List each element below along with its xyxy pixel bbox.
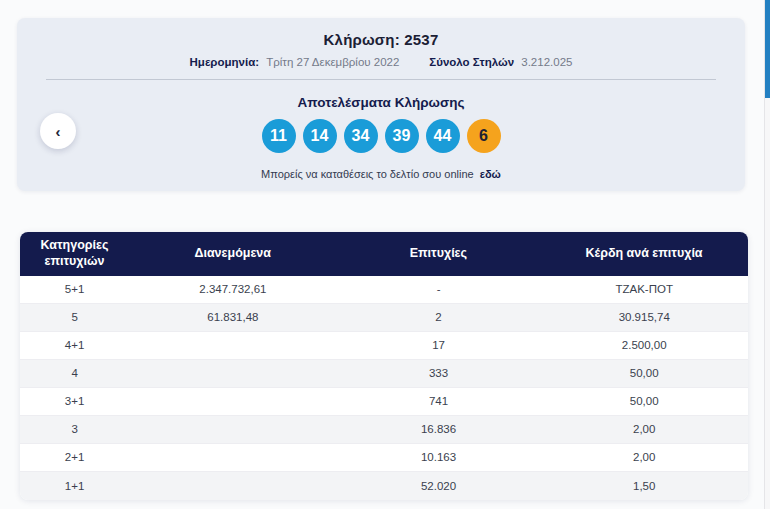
table-cell-prize: 50,00	[540, 366, 747, 380]
table-header-row: Κατηγορίες επιτυχιώνΔιανεμόμεναΕπιτυχίες…	[20, 232, 748, 276]
table-cell-category: 1+1	[20, 479, 129, 493]
online-ticket-text: Μπορείς να καταθέσεις το δελτίο σου onli…	[261, 168, 474, 180]
draw-date-label: Ημερομηνία:	[190, 56, 260, 68]
draw-title: Κλήρωση: 2537	[17, 18, 745, 48]
table-cell-category: 4	[20, 366, 129, 380]
table-row: 316.8362,00	[20, 416, 748, 444]
lottery-ball: 34	[344, 119, 378, 153]
lottery-ball: 44	[426, 119, 460, 153]
table-cell-distributed: 2.347.732,61	[129, 282, 336, 296]
table-row: 4+1172.500,00	[20, 332, 748, 360]
table-cell-category: 3+1	[20, 394, 129, 408]
table-cell-category: 3	[20, 422, 129, 436]
table-row: 433350,00	[20, 360, 748, 388]
draw-summary-card: Κλήρωση: 2537 Ημερομηνία: Τρίτη 27 Δεκεμ…	[17, 18, 745, 191]
table-body: 5+12.347.732,61-ΤΖΑΚ-ΠΟΤ561.831,48230.91…	[20, 276, 748, 500]
table-cell-category: 5+1	[20, 282, 129, 296]
bonus-ball: 6	[467, 119, 501, 153]
table-cell-prize: 2,00	[540, 450, 747, 464]
total-columns: Σύνολο Στηλών 3.212.025	[429, 56, 572, 68]
previous-draw-button[interactable]: ‹	[40, 113, 76, 149]
column-header: Επιτυχίες	[336, 246, 540, 262]
table-cell-winners: 333	[337, 366, 541, 380]
lottery-ball: 39	[385, 119, 419, 153]
column-header: Κατηγορίες επιτυχιών	[20, 238, 129, 269]
draw-date: Ημερομηνία: Τρίτη 27 Δεκεμβρίου 2022	[190, 56, 400, 68]
table-cell-winners: 10.163	[337, 450, 541, 464]
online-ticket-link[interactable]: εδώ	[480, 168, 501, 180]
drawn-numbers: 11143439446	[17, 119, 745, 153]
results-table: Κατηγορίες επιτυχιώνΔιανεμόμεναΕπιτυχίες…	[20, 232, 748, 500]
table-cell-prize: 1,50	[540, 479, 747, 493]
chevron-left-icon: ‹	[56, 123, 61, 140]
table-cell-category: 2+1	[20, 450, 129, 464]
column-header: Διανεμόμενα	[129, 246, 336, 262]
table-row: 561.831,48230.915,74	[20, 304, 748, 332]
table-cell-prize: 2.500,00	[540, 338, 747, 352]
online-ticket-note: Μπορείς να καταθέσεις το δελτίο σου onli…	[17, 168, 745, 180]
results-title: Αποτελέσματα Κλήρωσης	[17, 95, 745, 110]
table-cell-winners: 17	[337, 338, 541, 352]
table-cell-winners: 2	[337, 310, 541, 324]
table-cell-winners: -	[337, 282, 541, 296]
table-row: 5+12.347.732,61-ΤΖΑΚ-ΠΟΤ	[20, 276, 748, 304]
table-row: 3+174150,00	[20, 388, 748, 416]
lottery-ball: 11	[262, 119, 296, 153]
lottery-ball: 14	[303, 119, 337, 153]
table-cell-winners: 16.836	[337, 422, 541, 436]
table-cell-category: 5	[20, 310, 129, 324]
table-cell-distributed: 61.831,48	[129, 310, 336, 324]
table-cell-category: 4+1	[20, 338, 129, 352]
draw-meta-row: Ημερομηνία: Τρίτη 27 Δεκεμβρίου 2022 Σύν…	[17, 56, 745, 68]
column-header: Κέρδη ανά επιτυχία	[540, 246, 747, 262]
table-cell-prize: ΤΖΑΚ-ΠΟΤ	[540, 282, 747, 296]
table-cell-prize: 30.915,74	[540, 310, 747, 324]
table-row: 1+152.0201,50	[20, 472, 748, 500]
scrollbar-thumb[interactable]	[765, 0, 770, 98]
total-columns-label: Σύνολο Στηλών	[429, 56, 514, 68]
table-cell-winners: 741	[337, 394, 541, 408]
table-cell-winners: 52.020	[337, 479, 541, 493]
card-divider	[46, 79, 716, 80]
total-columns-value: 3.212.025	[521, 56, 572, 68]
table-cell-prize: 2,00	[540, 422, 747, 436]
draw-date-value: Τρίτη 27 Δεκεμβρίου 2022	[266, 56, 399, 68]
table-row: 2+110.1632,00	[20, 444, 748, 472]
scrollbar-track[interactable]	[764, 0, 770, 509]
table-cell-prize: 50,00	[540, 394, 747, 408]
